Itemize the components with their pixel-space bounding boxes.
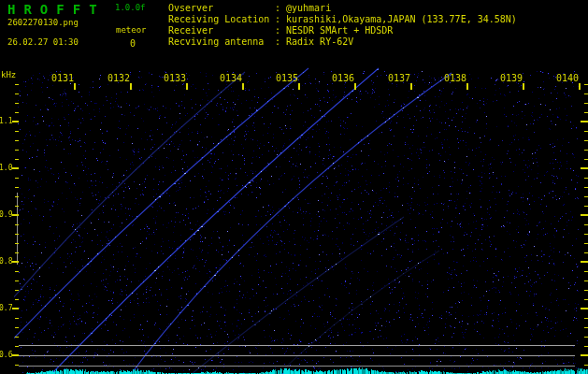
spectrogram-canvas <box>0 0 588 374</box>
hrofft-window: HROFFT 1.0.0f 2602270130.png meteor 26.0… <box>0 0 588 374</box>
